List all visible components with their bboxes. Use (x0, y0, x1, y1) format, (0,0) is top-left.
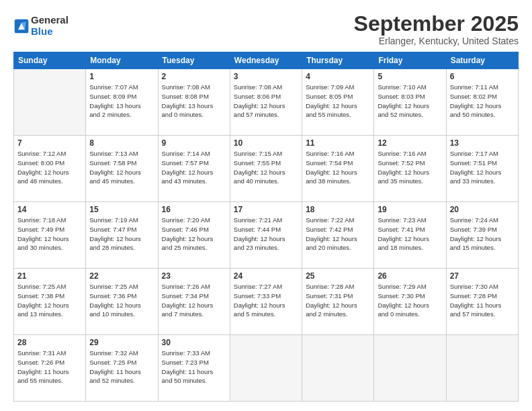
calendar-header-saturday: Saturday (446, 52, 518, 69)
logo-general: General (31, 15, 69, 26)
calendar-cell: 2Sunrise: 7:08 AMSunset: 8:08 PMDaylight… (158, 69, 230, 136)
calendar-cell: 11Sunrise: 7:16 AMSunset: 7:54 PMDayligh… (302, 136, 374, 202)
calendar-week-row: 21Sunrise: 7:25 AMSunset: 7:38 PMDayligh… (14, 269, 519, 335)
day-number: 9 (162, 138, 226, 148)
day-info: Sunrise: 7:16 AMSunset: 7:54 PMDaylight:… (306, 149, 370, 186)
calendar-cell: 3Sunrise: 7:08 AMSunset: 8:06 PMDaylight… (230, 69, 302, 136)
calendar-cell: 8Sunrise: 7:13 AMSunset: 7:58 PMDaylight… (86, 136, 158, 202)
day-number: 29 (89, 338, 154, 347)
day-number: 17 (234, 205, 298, 214)
day-number: 25 (306, 271, 370, 281)
day-number: 7 (17, 138, 82, 148)
header: General Blue September 2025 Erlanger, Ke… (13, 12, 519, 46)
calendar-header-wednesday: Wednesday (230, 52, 302, 69)
day-number: 16 (162, 205, 226, 214)
logo-text: General Blue (31, 15, 69, 37)
logo-blue: Blue (31, 26, 69, 38)
calendar-cell: 30Sunrise: 7:33 AMSunset: 7:23 PMDayligh… (158, 335, 230, 402)
calendar-header-thursday: Thursday (302, 52, 374, 69)
day-info: Sunrise: 7:31 AMSunset: 7:26 PMDaylight:… (17, 349, 82, 385)
calendar-header-monday: Monday (86, 52, 158, 69)
day-number: 1 (89, 72, 154, 81)
page: General Blue September 2025 Erlanger, Ke… (0, 0, 532, 411)
day-number: 24 (234, 271, 298, 281)
day-info: Sunrise: 7:28 AMSunset: 7:31 PMDaylight:… (306, 282, 370, 319)
calendar-cell: 16Sunrise: 7:20 AMSunset: 7:46 PMDayligh… (158, 202, 230, 269)
day-number: 21 (17, 271, 82, 281)
calendar-cell (302, 335, 374, 402)
calendar: SundayMondayTuesdayWednesdayThursdayFrid… (13, 52, 519, 402)
calendar-cell: 19Sunrise: 7:23 AMSunset: 7:41 PMDayligh… (374, 202, 446, 269)
calendar-cell: 18Sunrise: 7:22 AMSunset: 7:42 PMDayligh… (302, 202, 374, 269)
day-number: 27 (450, 271, 515, 281)
calendar-cell: 25Sunrise: 7:28 AMSunset: 7:31 PMDayligh… (302, 269, 374, 335)
day-info: Sunrise: 7:24 AMSunset: 7:39 PMDaylight:… (450, 216, 515, 253)
calendar-cell: 9Sunrise: 7:14 AMSunset: 7:57 PMDaylight… (158, 136, 230, 202)
day-number: 20 (450, 205, 515, 214)
day-info: Sunrise: 7:08 AMSunset: 8:06 PMDaylight:… (234, 83, 298, 120)
calendar-cell: 27Sunrise: 7:30 AMSunset: 7:28 PMDayligh… (446, 269, 518, 335)
day-info: Sunrise: 7:32 AMSunset: 7:25 PMDaylight:… (89, 349, 154, 385)
day-number: 23 (162, 271, 226, 281)
day-number: 6 (450, 72, 515, 81)
day-number: 11 (306, 138, 370, 148)
calendar-cell (374, 335, 446, 402)
day-info: Sunrise: 7:09 AMSunset: 8:05 PMDaylight:… (306, 83, 370, 120)
day-info: Sunrise: 7:30 AMSunset: 7:28 PMDaylight:… (450, 282, 515, 319)
day-number: 3 (234, 72, 298, 81)
day-info: Sunrise: 7:20 AMSunset: 7:46 PMDaylight:… (162, 216, 226, 253)
day-info: Sunrise: 7:21 AMSunset: 7:44 PMDaylight:… (234, 216, 298, 253)
day-info: Sunrise: 7:22 AMSunset: 7:42 PMDaylight:… (306, 216, 370, 253)
day-info: Sunrise: 7:07 AMSunset: 8:09 PMDaylight:… (89, 83, 154, 120)
calendar-cell (446, 335, 518, 402)
calendar-cell: 5Sunrise: 7:10 AMSunset: 8:03 PMDaylight… (374, 69, 446, 136)
day-info: Sunrise: 7:12 AMSunset: 8:00 PMDaylight:… (17, 149, 82, 186)
day-info: Sunrise: 7:26 AMSunset: 7:34 PMDaylight:… (162, 282, 226, 319)
day-info: Sunrise: 7:33 AMSunset: 7:23 PMDaylight:… (162, 349, 226, 385)
calendar-week-row: 1Sunrise: 7:07 AMSunset: 8:09 PMDaylight… (14, 69, 519, 136)
calendar-cell: 7Sunrise: 7:12 AMSunset: 8:00 PMDaylight… (14, 136, 86, 202)
day-info: Sunrise: 7:27 AMSunset: 7:33 PMDaylight:… (234, 282, 298, 319)
title-area: September 2025 Erlanger, Kentucky, Unite… (354, 12, 519, 46)
calendar-cell: 13Sunrise: 7:17 AMSunset: 7:51 PMDayligh… (446, 136, 518, 202)
day-info: Sunrise: 7:13 AMSunset: 7:58 PMDaylight:… (89, 149, 154, 186)
calendar-cell: 20Sunrise: 7:24 AMSunset: 7:39 PMDayligh… (446, 202, 518, 269)
day-info: Sunrise: 7:08 AMSunset: 8:08 PMDaylight:… (162, 83, 226, 120)
day-number: 18 (306, 205, 370, 214)
day-info: Sunrise: 7:16 AMSunset: 7:52 PMDaylight:… (378, 149, 442, 186)
day-info: Sunrise: 7:23 AMSunset: 7:41 PMDaylight:… (378, 216, 442, 253)
day-number: 5 (378, 72, 442, 81)
calendar-header-tuesday: Tuesday (158, 52, 230, 69)
calendar-cell: 23Sunrise: 7:26 AMSunset: 7:34 PMDayligh… (158, 269, 230, 335)
calendar-cell: 17Sunrise: 7:21 AMSunset: 7:44 PMDayligh… (230, 202, 302, 269)
calendar-cell: 22Sunrise: 7:25 AMSunset: 7:36 PMDayligh… (86, 269, 158, 335)
calendar-cell: 29Sunrise: 7:32 AMSunset: 7:25 PMDayligh… (86, 335, 158, 402)
day-info: Sunrise: 7:11 AMSunset: 8:02 PMDaylight:… (450, 83, 515, 120)
calendar-week-row: 28Sunrise: 7:31 AMSunset: 7:26 PMDayligh… (14, 335, 519, 402)
calendar-cell: 6Sunrise: 7:11 AMSunset: 8:02 PMDaylight… (446, 69, 518, 136)
month-title: September 2025 (354, 12, 519, 36)
day-number: 26 (378, 271, 442, 281)
calendar-cell: 15Sunrise: 7:19 AMSunset: 7:47 PMDayligh… (86, 202, 158, 269)
day-number: 13 (450, 138, 515, 148)
day-info: Sunrise: 7:25 AMSunset: 7:38 PMDaylight:… (17, 282, 82, 319)
calendar-cell: 21Sunrise: 7:25 AMSunset: 7:38 PMDayligh… (14, 269, 86, 335)
day-info: Sunrise: 7:29 AMSunset: 7:30 PMDaylight:… (378, 282, 442, 319)
day-number: 30 (162, 338, 226, 347)
day-info: Sunrise: 7:15 AMSunset: 7:55 PMDaylight:… (234, 149, 298, 186)
day-number: 12 (378, 138, 442, 148)
day-number: 22 (89, 271, 154, 281)
day-info: Sunrise: 7:19 AMSunset: 7:47 PMDaylight:… (89, 216, 154, 253)
day-number: 19 (378, 205, 442, 214)
calendar-cell: 24Sunrise: 7:27 AMSunset: 7:33 PMDayligh… (230, 269, 302, 335)
calendar-header-row: SundayMondayTuesdayWednesdayThursdayFrid… (14, 52, 519, 69)
day-info: Sunrise: 7:25 AMSunset: 7:36 PMDaylight:… (89, 282, 154, 319)
calendar-cell: 10Sunrise: 7:15 AMSunset: 7:55 PMDayligh… (230, 136, 302, 202)
calendar-cell (14, 69, 86, 136)
calendar-week-row: 14Sunrise: 7:18 AMSunset: 7:49 PMDayligh… (14, 202, 519, 269)
day-number: 4 (306, 72, 370, 81)
day-info: Sunrise: 7:10 AMSunset: 8:03 PMDaylight:… (378, 83, 442, 120)
calendar-header-friday: Friday (374, 52, 446, 69)
logo: General Blue (13, 15, 69, 37)
day-number: 10 (234, 138, 298, 148)
